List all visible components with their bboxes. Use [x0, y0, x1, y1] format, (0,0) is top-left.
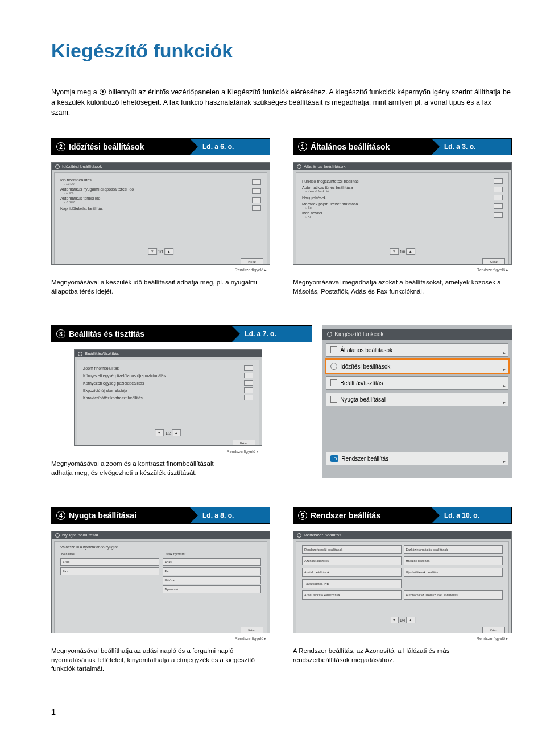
pager-next[interactable]: ▴: [172, 429, 181, 436]
grid-button[interactable]: Hálózati beállítás: [404, 556, 503, 565]
section-5-ref: Ld. a 10. o.: [432, 507, 511, 523]
gear-icon: [327, 332, 332, 337]
side-btn-adjust[interactable]: Beállítás/tisztítás▸: [326, 376, 508, 390]
setting-button[interactable]: Adás: [60, 558, 159, 566]
section-2-screenshot: Időzítési beállítások Idő finombeállítás…: [51, 162, 270, 265]
pager-prev[interactable]: ▾: [155, 429, 164, 436]
dialog-icon: [297, 533, 301, 538]
list-button[interactable]: Nyomtató: [163, 585, 262, 593]
section-3-number: 3: [56, 329, 65, 338]
option-button[interactable]: [252, 188, 261, 194]
clock-icon: [330, 363, 337, 370]
section-3-screenshot: Beállítás/tisztítás Zoom finombeállítás …: [74, 349, 262, 446]
pager-next[interactable]: ▴: [406, 248, 415, 255]
option-button[interactable]: [244, 387, 253, 393]
pager-prev[interactable]: ▾: [390, 248, 399, 255]
option-button[interactable]: [494, 187, 503, 192]
section-5-screenshot: Rendszer beállítás Rendszerkezelő beállí…: [293, 531, 512, 633]
dialog-icon: [78, 352, 82, 356]
section-1-header: 1 Általános beállítások Ld. a 3. o.: [293, 138, 512, 155]
option-button[interactable]: [494, 178, 503, 184]
section-5-caption: A Rendszer beállítás, az Azonosító, a Há…: [293, 647, 512, 664]
grid-button[interactable]: Adási funkció korlátozása: [302, 590, 402, 600]
doc-icon: [330, 346, 337, 353]
grid-button[interactable]: Autonóm/kéz üzemszünet. korlátozás: [404, 590, 503, 600]
dialog-icon: [297, 164, 301, 169]
dialog-icon: [55, 164, 60, 169]
grid-button[interactable]: Távszolgátm. P/B: [302, 579, 402, 588]
option-button[interactable]: [244, 365, 253, 371]
section-4-screenshot: Nyugta beállításai Válassza ki a nyomtat…: [51, 531, 270, 633]
section-4-caption: Megnyomásával beállíthatja az adási napl…: [51, 647, 270, 674]
pager-next[interactable]: ▴: [164, 248, 173, 255]
receipt-icon: [330, 396, 337, 403]
section-3-title: Beállítás és tisztítás: [69, 329, 144, 338]
grid-button[interactable]: Rendszerkezelő beállítások: [302, 545, 402, 554]
section-2-caption: Megnyomásával a készülék idő beállításai…: [51, 278, 270, 296]
section-2-header: 2 Időzítési beállítások Ld. a 6. o.: [51, 138, 270, 155]
option-button[interactable]: [244, 395, 253, 400]
side-menu-panel: Kiegészítő funkciók Általános beállításo…: [322, 325, 512, 478]
section-3-ref: Ld. a 7. o.: [232, 326, 312, 342]
section-1-ref: Ld. a 3. o.: [432, 139, 511, 155]
option-button[interactable]: [494, 203, 503, 209]
close-button[interactable]: Kész: [482, 258, 505, 265]
grid-button[interactable]: Átviteli beállítások: [302, 568, 402, 577]
grid-button[interactable]: Eszközinformációs beállítások: [404, 545, 503, 554]
wrench-icon: [330, 379, 337, 386]
section-1-screenshot: Általános beállítások Funkció megszüntet…: [293, 162, 512, 265]
footer-link[interactable]: Rendszerfigyelő ▸: [477, 637, 508, 641]
section-5-number: 5: [298, 511, 307, 520]
option-button[interactable]: [244, 373, 253, 378]
pager-prev[interactable]: ▾: [148, 248, 157, 255]
section-2-number: 2: [56, 142, 65, 151]
side-btn-receipt[interactable]: Nyugta beállításai▸: [326, 393, 508, 406]
option-button[interactable]: [244, 380, 253, 386]
page-number: 1: [51, 708, 512, 717]
section-4-number: 4: [56, 511, 65, 520]
section-3-caption: Megnyomásával a zoom és a kontraszt fino…: [51, 460, 239, 477]
page-title: Kiegészítő funkciók: [51, 40, 512, 62]
section-4-title: Nyugta beállításai: [69, 511, 136, 520]
side-btn-general[interactable]: Általános beállítások▸: [326, 343, 508, 357]
close-button[interactable]: Kész: [241, 627, 263, 633]
section-2-title: Időzítési beállítások: [69, 142, 144, 151]
list-button[interactable]: Fax: [163, 567, 262, 575]
grid-button[interactable]: Üji-rövidítések beállítás: [404, 568, 503, 577]
section-4-header: 4 Nyugta beállításai Ld. a 8. o.: [51, 507, 270, 524]
section-5-title: Rendszer beállítás: [311, 511, 380, 520]
close-button[interactable]: Kész: [482, 627, 505, 633]
grid-button[interactable]: Azonosítókezelés: [302, 556, 402, 565]
dialog-icon: [55, 533, 60, 538]
setting-button[interactable]: Fax: [60, 567, 159, 575]
option-button[interactable]: [494, 195, 503, 200]
side-btn-system[interactable]: IDRendszer beállítás▸: [326, 452, 508, 465]
id-icon: ID: [330, 455, 338, 462]
section-2-ref: Ld. a 6. o.: [190, 139, 270, 155]
section-1-title: Általános beállítások: [311, 142, 390, 151]
pager-next[interactable]: ▴: [406, 617, 415, 623]
section-3-header: 3 Beállítás és tisztítás Ld. a 7. o.: [51, 325, 312, 342]
pager-prev[interactable]: ▾: [390, 617, 399, 623]
footer-link[interactable]: Rendszerfigyelő ▸: [235, 268, 267, 272]
section-4-ref: Ld. a 8. o.: [190, 507, 270, 523]
option-button[interactable]: [252, 179, 261, 185]
option-button[interactable]: [252, 205, 261, 211]
list-button[interactable]: Hálózat: [163, 576, 262, 584]
footer-link[interactable]: Rendszerfigyelő ▸: [477, 268, 508, 272]
close-button[interactable]: Kész: [233, 440, 255, 446]
option-button[interactable]: [494, 212, 503, 218]
intro-text: Nyomja meg a ⦿ billentyűt az érintős vez…: [51, 87, 512, 118]
footer-link[interactable]: Rendszerfigyelő ▸: [227, 449, 259, 454]
list-button[interactable]: Adás: [163, 558, 262, 566]
footer-link[interactable]: Rendszerfigyelő ▸: [235, 637, 267, 641]
section-5-header: 5 Rendszer beállítás Ld. a 10. o.: [293, 507, 512, 524]
option-button[interactable]: [252, 197, 261, 203]
close-button[interactable]: Kész: [241, 258, 263, 265]
section-1-caption: Megnyomásával megadhatja azokat a beállí…: [293, 278, 512, 296]
section-1-number: 1: [298, 142, 307, 151]
side-btn-timing[interactable]: Időzítési beállítások▸: [326, 360, 508, 373]
